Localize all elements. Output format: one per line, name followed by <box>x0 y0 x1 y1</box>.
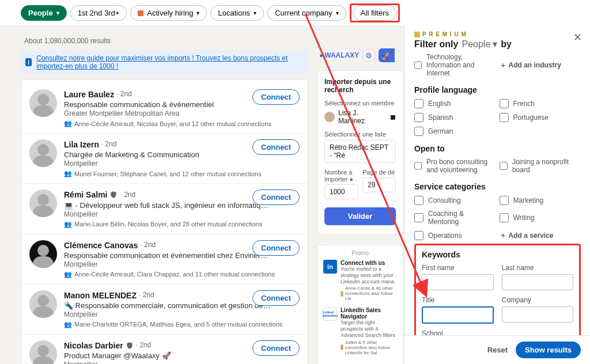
avatar[interactable] <box>29 240 57 268</box>
degree-filter[interactable]: 1st 2nd 3rd+ <box>70 5 127 21</box>
import-guide-banner[interactable]: i Consultez notre guide pour maximiser v… <box>21 51 308 74</box>
promo-item[interactable]: in Connect with us You're invited to a s… <box>323 260 397 301</box>
service-checkbox[interactable]: Operations <box>414 230 496 240</box>
person-name[interactable]: Manon MELENDEZ <box>64 290 137 301</box>
industries-section: Technology, Information and Internet ＋ A… <box>414 53 581 77</box>
language-checkbox[interactable]: French <box>500 99 581 108</box>
avatar <box>324 112 335 122</box>
connect-button[interactable]: Connect <box>252 240 300 256</box>
add-service-link[interactable]: ＋ Add a service <box>500 230 581 240</box>
count-label: Nombre à importer ● <box>324 169 358 183</box>
person-headline: 💻 - Développeur web full stack JS, ingén… <box>64 201 271 210</box>
person-name[interactable]: Laure Baulez <box>64 89 114 100</box>
person-row[interactable]: Lila Izern· 2nd Chargée de Marketing & C… <box>21 134 308 184</box>
firstname-input[interactable] <box>422 274 494 290</box>
add-industry-link[interactable]: ＋ Add an industry <box>500 53 581 77</box>
company-input[interactable] <box>502 306 574 323</box>
firstname-field: First name <box>422 264 494 290</box>
people-icon: 👥 <box>64 321 72 328</box>
service-checkbox[interactable]: Writing <box>500 210 581 226</box>
locations-filter[interactable]: Locations▾ <box>210 5 264 21</box>
degree: · 2nd <box>101 140 117 149</box>
person-name[interactable]: Rémi Salmi <box>64 189 107 200</box>
validate-button[interactable]: Valider <box>324 207 396 225</box>
person-row[interactable]: Manon MELENDEZ· 2nd 🔦 Responsable commer… <box>21 285 308 335</box>
service-checkbox[interactable]: Marketing <box>500 196 581 205</box>
industry-checkbox[interactable]: Technology, Information and Internet <box>414 53 496 77</box>
person-row[interactable]: Laure Baulez· 2nd Responsable communicat… <box>21 84 308 134</box>
close-icon[interactable]: ✕ <box>573 31 582 44</box>
promo-header: Promo <box>323 250 397 256</box>
reset-button[interactable]: Reset <box>487 346 508 354</box>
profile-language-section: Profile language EnglishFrenchSpanishPor… <box>414 85 581 136</box>
degree: · 2nd <box>136 341 152 350</box>
page-input[interactable]: 29 <box>362 177 396 192</box>
language-checkbox[interactable]: Portuguese <box>500 113 581 122</box>
connect-button[interactable]: Connect <box>252 139 300 155</box>
waalaxy-logo: WAALAXY <box>319 51 359 59</box>
connect-button[interactable]: Connect <box>252 89 300 105</box>
results-card: Laure Baulez· 2nd Responsable communicat… <box>21 79 308 364</box>
section-title: Keywords <box>422 250 573 259</box>
count-input[interactable]: 1000 <box>324 184 358 199</box>
avatar[interactable] <box>29 340 57 364</box>
promoted-card: Promo in Connect with us You're invited … <box>317 245 403 364</box>
mutual-connections: 👥Anne-Cécile Amirault, Nicolas Boyer, an… <box>64 120 300 127</box>
person-headline: Product Manager @Waalaxy 🚀 <box>64 351 271 360</box>
filters-footer: Reset Show results <box>404 335 590 364</box>
lastname-input[interactable] <box>502 274 574 290</box>
search-results-column: About 1,080,000,000 results i Consultez … <box>0 26 308 364</box>
connect-button[interactable]: Connect <box>252 340 300 356</box>
promo-desc: You're invited to a strategy sess with y… <box>341 266 397 285</box>
service-categories-section: Service categories ConsultingMarketingCo… <box>414 182 581 240</box>
title-field: Title <box>422 296 494 324</box>
avatar[interactable] <box>29 189 57 217</box>
hiring-filter[interactable]: Actively hiring▾ <box>130 5 207 21</box>
service-checkbox[interactable]: Consulting <box>414 196 496 205</box>
all-filters-panel: ✕ P R E M I U M Filter only People▾ by T… <box>404 25 590 364</box>
person-row[interactable]: Clémence Canovas· 2nd Responsable commun… <box>21 234 308 285</box>
connect-button[interactable]: Connect <box>252 290 300 306</box>
language-checkbox[interactable]: English <box>414 99 496 108</box>
person-location: Greater Montpellier Metropolitan Area <box>64 109 300 117</box>
opento-checkbox[interactable]: Joining a nonprofit board <box>500 158 581 174</box>
all-filters-button[interactable]: All filters <box>353 5 396 21</box>
promo-item[interactable]: LinkedSalesNav LinkedIn Sales Navigator … <box>323 307 397 355</box>
person-location: Montpellier <box>64 210 300 218</box>
avatar[interactable] <box>29 290 57 318</box>
title-input[interactable] <box>422 306 494 324</box>
current-company-filter[interactable]: Current company▾ <box>267 5 346 21</box>
people-select[interactable]: People▾ <box>462 39 497 50</box>
person-name[interactable]: Lila Izern <box>64 139 99 150</box>
member-row[interactable]: Lisa J. Martinez◼ <box>324 109 396 125</box>
launch-icon[interactable]: 🚀 <box>379 48 395 62</box>
connect-button[interactable]: Connect <box>252 189 300 205</box>
language-checkbox[interactable]: German <box>414 127 496 136</box>
person-row[interactable]: Rémi Salmi· 2nd 💻 - Développeur web full… <box>21 184 308 234</box>
avatar[interactable] <box>29 139 57 167</box>
info-icon: i <box>25 58 32 66</box>
person-location: Montpellier <box>64 310 300 318</box>
list-select[interactable]: Rétro Rédac SEPT - "Ré <box>324 140 396 163</box>
person-headline: Chargée de Marketing & Communication <box>64 150 271 159</box>
avatar[interactable] <box>29 89 57 117</box>
people-dropdown[interactable]: People▾ <box>21 5 67 21</box>
degree: · 2nd <box>120 191 135 200</box>
people-icon: 👥 <box>64 271 72 278</box>
section-title: Service categories <box>414 182 581 191</box>
person-name[interactable]: Nicolas Darbier <box>64 340 123 351</box>
company-field: Company <box>502 296 574 324</box>
mutual-connections: 👥Marie-Laure Bélin, Nicolas Boyer, and 2… <box>64 221 300 228</box>
service-checkbox[interactable]: Coaching & Mentoring <box>414 210 496 226</box>
opento-checkbox[interactable]: Pro bono consulting and volunteering <box>414 158 496 174</box>
sales-nav-icon: LinkedSalesNav <box>323 307 337 321</box>
people-icon: 👥 <box>64 170 72 177</box>
language-checkbox[interactable]: Spanish <box>414 113 496 122</box>
import-heading: Importer depuis une recherch <box>324 78 396 94</box>
show-results-button[interactable]: Show results <box>516 342 581 358</box>
guide-link[interactable]: Consultez notre guide pour maximiser vos… <box>36 54 304 70</box>
gear-icon[interactable]: ⚙ <box>362 49 375 62</box>
page-label: Page de dé <box>362 169 396 176</box>
person-row[interactable]: Nicolas Darbier· 2nd Product Manager @Wa… <box>21 335 308 364</box>
person-name[interactable]: Clémence Canovas <box>64 240 138 251</box>
